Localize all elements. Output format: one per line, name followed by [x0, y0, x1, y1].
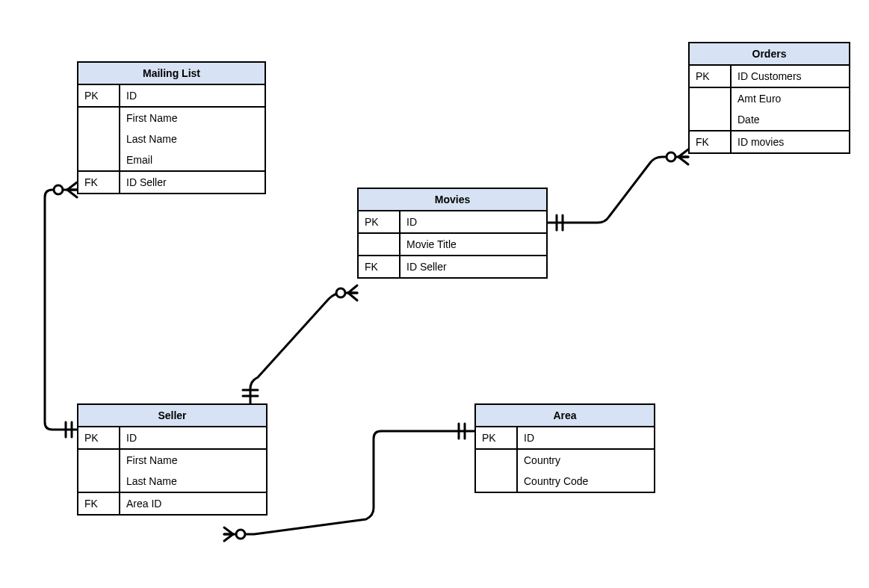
svg-line-3 [67, 182, 77, 190]
entity-title: Orders [690, 43, 849, 66]
key-cell: PK [476, 427, 517, 449]
field-cell: Last Name [120, 471, 266, 492]
key-cell [359, 233, 400, 256]
field-cell: ID movies [731, 131, 849, 152]
rel-seller-mailinglist [45, 182, 77, 437]
svg-line-21 [224, 527, 233, 534]
field-cell: ID Seller [400, 256, 546, 277]
svg-point-8 [336, 288, 345, 297]
field-cell: Movie Title [400, 233, 546, 256]
svg-line-11 [348, 293, 357, 300]
field-cell: Date [731, 109, 849, 131]
field-cell: Country Code [517, 471, 654, 492]
table-row: PK ID [78, 427, 266, 449]
svg-point-2 [54, 185, 63, 194]
key-cell [78, 129, 120, 149]
table-row: Email [78, 149, 265, 171]
field-cell: First Name [120, 107, 265, 129]
entity-mailing-list: Mailing List PK ID First Name Last Name … [77, 61, 266, 194]
key-cell: PK [78, 85, 120, 107]
table-row: Country Code [476, 471, 654, 492]
key-cell: FK [78, 492, 120, 514]
field-cell: Email [120, 149, 265, 171]
field-cell: ID [517, 427, 654, 449]
key-cell: PK [690, 66, 731, 87]
key-cell [78, 449, 120, 471]
entity-title: Movies [359, 189, 546, 211]
svg-line-9 [348, 285, 357, 293]
key-cell [476, 471, 517, 492]
table-row: FK ID movies [690, 131, 849, 152]
entity-fields: PK ID Movie Title FK ID Seller [359, 211, 546, 277]
key-cell: FK [690, 131, 731, 152]
field-cell: Area ID [120, 492, 266, 514]
entity-area: Area PK ID Country Country Code [474, 403, 655, 493]
field-cell: ID [120, 427, 266, 449]
rel-seller-movies [243, 285, 357, 403]
table-row: Last Name [78, 129, 265, 149]
table-row: PK ID Customers [690, 66, 849, 87]
key-cell [690, 109, 731, 131]
entity-movies: Movies PK ID Movie Title FK ID Seller [357, 188, 548, 279]
table-row: FK ID Seller [359, 256, 546, 277]
table-row: Last Name [78, 471, 266, 492]
table-row: FK ID Seller [78, 171, 265, 193]
field-cell: First Name [120, 449, 266, 471]
entity-fields: PK ID First Name Last Name FK Area ID [78, 427, 266, 514]
key-cell: FK [359, 256, 400, 277]
table-row: FK Area ID [78, 492, 266, 514]
key-cell [690, 87, 731, 109]
table-row: PK ID [359, 211, 546, 233]
table-row: PK ID [476, 427, 654, 449]
entity-title: Mailing List [78, 63, 265, 85]
svg-line-15 [678, 149, 688, 157]
field-cell: ID Seller [120, 171, 265, 193]
table-row: Date [690, 109, 849, 131]
svg-line-23 [224, 534, 233, 541]
field-cell: Country [517, 449, 654, 471]
svg-point-20 [236, 530, 245, 539]
er-diagram-canvas: Mailing List PK ID First Name Last Name … [0, 0, 869, 588]
key-cell: PK [359, 211, 400, 233]
key-cell [78, 471, 120, 492]
table-row: PK ID [78, 85, 265, 107]
field-cell: Last Name [120, 129, 265, 149]
entity-title: Seller [78, 405, 266, 427]
field-cell: ID Customers [731, 66, 849, 87]
table-row: First Name [78, 107, 265, 129]
key-cell: PK [78, 427, 120, 449]
key-cell [78, 149, 120, 171]
entity-fields: PK ID Country Country Code [476, 427, 654, 492]
field-cell: Amt Euro [731, 87, 849, 109]
entity-seller: Seller PK ID First Name Last Name FK Are… [77, 403, 267, 516]
table-row: First Name [78, 449, 266, 471]
key-cell [476, 449, 517, 471]
table-row: Movie Title [359, 233, 546, 256]
field-cell: ID [400, 211, 546, 233]
key-cell: FK [78, 171, 120, 193]
svg-line-17 [678, 157, 688, 164]
svg-line-5 [67, 190, 77, 197]
entity-fields: PK ID First Name Last Name Email FK ID S… [78, 85, 265, 193]
table-row: Amt Euro [690, 87, 849, 109]
key-cell [78, 107, 120, 129]
entity-fields: PK ID Customers Amt Euro Date FK ID movi… [690, 66, 849, 152]
rel-movies-orders [548, 149, 688, 230]
table-row: Country [476, 449, 654, 471]
svg-point-14 [667, 152, 675, 161]
field-cell: ID [120, 85, 265, 107]
entity-title: Area [476, 405, 654, 427]
entity-orders: Orders PK ID Customers Amt Euro Date FK … [688, 42, 850, 154]
